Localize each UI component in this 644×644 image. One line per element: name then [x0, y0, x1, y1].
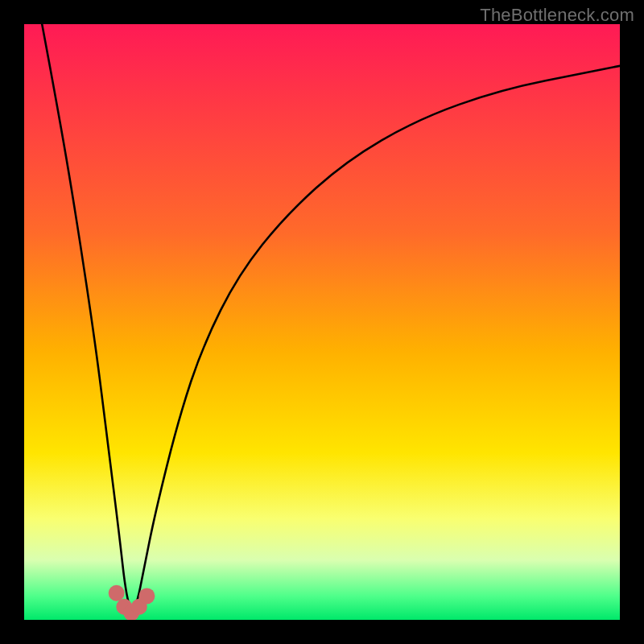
chart-background [24, 24, 620, 620]
valley-dot [138, 588, 155, 604]
watermark-text: TheBottleneck.com [480, 5, 634, 26]
bottleneck-chart [24, 24, 620, 620]
app-frame: TheBottleneck.com [0, 0, 644, 644]
chart-container [24, 24, 620, 620]
valley-dot [109, 585, 125, 601]
